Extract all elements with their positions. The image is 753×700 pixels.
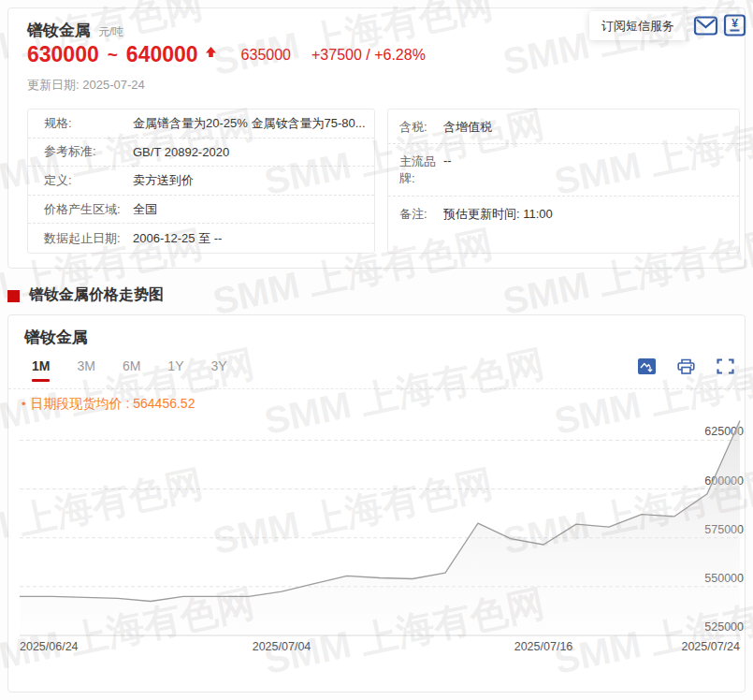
- tab-1m[interactable]: 1M: [32, 358, 50, 382]
- period-average-row: •日期段现货均价 : 564456.52: [22, 396, 195, 413]
- price-change: +37500 / +6.28%: [311, 47, 426, 64]
- chart-metal-title: 镨钕金属: [24, 327, 88, 348]
- time-range-tabs: 1M3M6M1Y3Y: [32, 358, 254, 382]
- period-average-label: 日期段现货均价: [31, 396, 123, 411]
- period-average-value: 564456.52: [133, 396, 195, 411]
- price-unit: 元/吨: [98, 24, 123, 40]
- metal-title: 镨钕金属: [27, 20, 91, 41]
- period-average-separator: :: [123, 396, 134, 411]
- price-trend-chart-card: 5250005500005750006000006250002025/06/24…: [7, 314, 746, 693]
- tab-3m[interactable]: 3M: [77, 358, 94, 382]
- row-label: 参考标准:: [28, 143, 133, 160]
- row-value: 全国: [133, 201, 157, 218]
- table-row: 数据起止日期:2006-12-25 至 --: [28, 224, 374, 253]
- table-row: 参考标准:GB/T 20892-2020: [28, 139, 374, 168]
- spec-info-table: 规格:金属镨含量为20-25% 金属钕含量为75-80...参考标准:GB/T …: [27, 109, 375, 254]
- row-value: 卖方送到价: [133, 172, 194, 189]
- tax-info-table: 含税:含增值税主流品牌:--备注:预估更新时间: 11:00: [387, 109, 740, 254]
- row-label: 价格产生区域:: [28, 201, 133, 218]
- table-row: 规格:金属镨含量为20-25% 金属钕含量为75-80...: [28, 109, 374, 139]
- divider: [8, 388, 745, 389]
- tab-6m[interactable]: 6M: [123, 358, 140, 382]
- table-row: 价格产生区域:全国: [28, 196, 374, 225]
- row-label: 主流品牌:: [388, 153, 443, 187]
- row-value: GB/T 20892-2020: [133, 145, 229, 159]
- price-row: 630000 ~ 640000 635000 +37500 / +6.28%: [27, 42, 426, 67]
- price-up-arrow-icon: [205, 47, 217, 57]
- row-label: 定义:: [28, 172, 133, 189]
- metal-title-row: 镨钕金属 元/吨: [27, 20, 123, 41]
- price-subscribe-icon[interactable]: ¥: [722, 13, 747, 37]
- price-separator: ~: [108, 45, 118, 66]
- tab-3y[interactable]: 3Y: [210, 358, 226, 382]
- row-value: --: [443, 153, 452, 168]
- x-axis-label: 2025/07/16: [514, 640, 573, 653]
- price-summary-card: 镨钕金属 元/吨 订阅短信服务 ¥ 630000 ~ 640000 635000…: [7, 7, 746, 269]
- row-label: 备注:: [388, 206, 443, 223]
- dot-icon: •: [22, 397, 26, 411]
- section-title: 镨钕金属价格走势图: [29, 285, 164, 305]
- table-row: 含税:含增值税: [388, 109, 739, 144]
- update-date-value: 2025-07-24: [82, 78, 145, 92]
- x-axis-label: 2025/07/04: [253, 640, 311, 653]
- table-row: 备注:预估更新时间: 11:00: [388, 197, 739, 253]
- table-row: 定义:卖方送到价: [28, 167, 374, 196]
- row-value: 金属镨含量为20-25% 金属钕含量为75-80...: [133, 115, 366, 132]
- tab-1y[interactable]: 1Y: [167, 358, 183, 382]
- save-image-icon[interactable]: [638, 358, 656, 374]
- row-value: 预估更新时间: 11:00: [443, 206, 553, 223]
- price-low: 630000: [27, 42, 99, 67]
- fullscreen-icon[interactable]: [717, 358, 734, 374]
- update-date-row: 更新日期: 2025-07-24: [27, 77, 145, 94]
- section-bullet-icon: [7, 290, 20, 302]
- table-row: 主流品牌:--: [388, 144, 739, 197]
- row-value: 2006-12-25 至 --: [133, 230, 222, 247]
- printer-icon[interactable]: [677, 358, 695, 374]
- price-high: 640000: [126, 42, 198, 67]
- x-axis-label: 2025/07/24: [681, 640, 740, 653]
- svg-text:¥: ¥: [731, 17, 738, 30]
- row-label: 数据起止日期:: [28, 230, 133, 247]
- info-tables: 规格:金属镨含量为20-25% 金属钕含量为75-80...参考标准:GB/T …: [27, 109, 740, 254]
- row-value: 含增值税: [443, 119, 492, 136]
- subscribe-sms-button[interactable]: 订阅短信服务: [589, 11, 687, 40]
- chart-toolbar: [638, 358, 734, 374]
- mail-icon[interactable]: [693, 13, 718, 37]
- average-price: 635000: [241, 47, 291, 64]
- x-axis-label: 2025/06/24: [20, 640, 79, 653]
- row-label: 含税:: [388, 119, 443, 136]
- update-date-label: 更新日期:: [27, 78, 80, 92]
- row-label: 规格:: [28, 115, 133, 132]
